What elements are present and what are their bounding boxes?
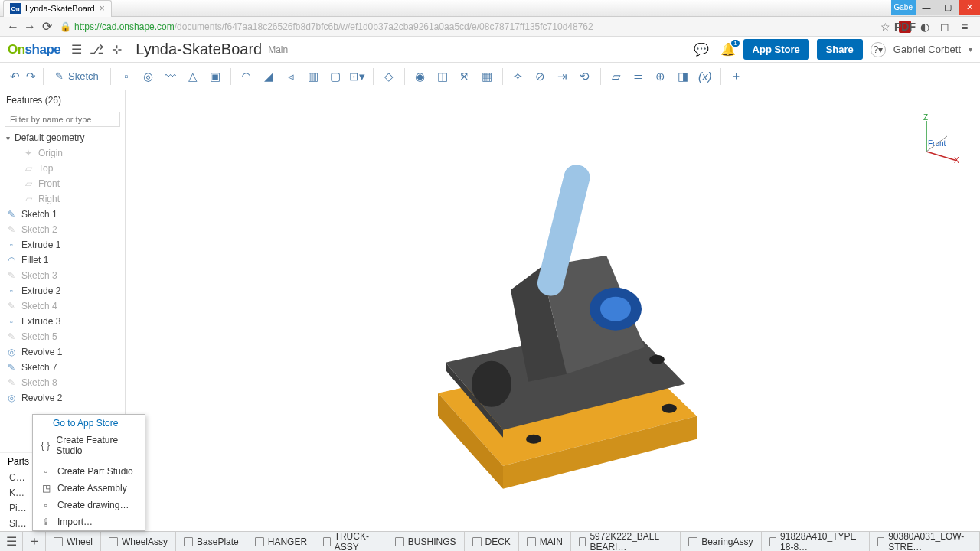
element-tab[interactable]: 91828A410_TYPE 18-8… [762,532,870,552]
element-tab[interactable]: DECK [465,532,519,552]
feature-node[interactable]: ◠Fillet 1 [0,253,125,268]
variable-button[interactable]: (x) [695,67,715,86]
feature-node[interactable]: ◎Revolve 2 [0,390,125,406]
tabstrip-menu-button[interactable]: ☰ [0,532,23,552]
document-title[interactable]: Lynda-SkateBoard [136,41,262,58]
comments-icon[interactable]: 💬 [693,41,710,58]
transform-button[interactable]: ⤧ [455,67,475,86]
delete-part-button[interactable]: ⊘ [531,67,550,86]
draft-button[interactable]: ◃ [281,67,301,86]
window-close-button[interactable]: ✕ [959,0,980,15]
insert-icon[interactable]: ⊹ [108,41,125,58]
redo-button[interactable]: ↷ [24,67,38,86]
context-menu-item[interactable]: ⇪Import… [33,514,145,530]
feature-node[interactable]: ▫Extrude 2 [0,283,125,298]
loft-button[interactable]: △ [183,67,203,86]
close-tab-icon[interactable]: × [100,3,105,14]
element-tab[interactable]: 90380A031_LOW-STRE… [870,532,980,552]
add-custom-button[interactable]: ＋ [727,67,746,86]
reload-button[interactable]: ⟳ [38,18,55,35]
pattern-button[interactable]: ◇ [379,67,399,86]
context-menu-item[interactable]: ▫Create drawing… [33,497,145,514]
browser-user-badge[interactable]: Gabe [891,0,916,15]
window-minimize-button[interactable]: — [916,0,937,15]
user-name[interactable]: Gabriel Corbett [893,44,961,55]
helix-button[interactable]: ≣ [629,67,648,86]
window-maximize-button[interactable]: ▢ [937,0,959,15]
replace-face-button[interactable]: ⟲ [575,67,595,86]
element-tab[interactable]: Wheel [46,532,101,552]
feature-node[interactable]: ✎Sketch 3 [0,268,125,283]
feature-node[interactable]: ✎Sketch 7 [0,360,125,375]
thicken-button[interactable]: ▣ [205,67,225,86]
bookmark-icon[interactable]: ☆ [879,21,891,33]
move-face-button[interactable]: ⇥ [553,67,573,86]
help-button[interactable]: ?▾ [871,42,886,57]
user-menu-chevron-icon[interactable]: ▾ [969,45,972,54]
sketch-button[interactable]: ✎ Sketch [49,70,105,82]
undo-button[interactable]: ↶ [8,67,21,86]
svg-point-14 [472,361,511,407]
element-tab[interactable]: 5972K222_BALL BEARI… [571,532,681,552]
context-menu-item[interactable]: ▫Create Part Studio [33,463,145,480]
feature-node[interactable]: ◎Revolve 1 [0,344,125,360]
mate-connector-button[interactable]: ⊕ [651,67,671,86]
element-tab[interactable]: BearingAssy [681,532,761,552]
element-tab[interactable]: BasePlate [176,532,247,552]
menu-icon[interactable]: ≡ [959,21,971,33]
element-tab[interactable]: BUSHINGS [387,532,465,552]
onshape-logo[interactable]: Onshape [8,42,60,57]
modify-fillet-button[interactable]: ✧ [508,67,528,86]
element-tab[interactable]: WheelAssy [101,532,176,552]
add-element-button[interactable]: ＋ [23,532,46,552]
feature-node[interactable]: ✎Sketch 2 [0,222,125,237]
element-tab[interactable]: MAIN [519,532,571,552]
url-box[interactable]: 🔒 https ://cad.onshape.com /documents/f6… [60,21,879,32]
origin-node[interactable]: ✦ Origin [0,145,125,161]
hole-button[interactable]: ⊡▾ [348,67,368,86]
forward-button[interactable]: → [21,18,38,35]
feature-node[interactable]: ✎Sketch 1 [0,207,125,222]
default-geometry-node[interactable]: ▾ Default geometry [0,130,125,145]
3d-viewport[interactable]: Z X Front [126,90,980,531]
plane-node[interactable]: ▱Front [0,176,125,191]
feature-node[interactable]: ✎Sketch 4 [0,298,125,314]
chamfer-button[interactable]: ◢ [259,67,279,86]
pdf-extension-icon[interactable]: PDF [899,21,911,33]
notifications-icon[interactable]: 🔔1 [720,42,736,57]
plane-node[interactable]: ▱Right [0,191,125,207]
feature-node[interactable]: ▫Extrude 3 [0,314,125,329]
delete-face-button[interactable]: ▦ [477,67,497,86]
revolve-button[interactable]: ◎ [139,67,158,86]
element-tab[interactable]: HANGER [247,532,315,552]
browser-tab[interactable]: On Lynda-SkateBoard × [3,0,112,17]
context-menu-item[interactable]: { }Create Feature Studio [33,432,145,459]
share-button[interactable]: Share [817,39,863,60]
context-menu-item[interactable]: ◳Create Assembly [33,480,145,497]
feature-node[interactable]: ✎Sketch 8 [0,375,125,390]
versions-icon[interactable]: ⎇ [88,41,105,58]
appstore-button[interactable]: App Store [743,39,809,60]
element-tab[interactable]: TRUCK-ASSY [315,532,387,552]
split-button[interactable]: ◫ [433,67,452,86]
feature-node[interactable]: ✎Sketch 5 [0,329,125,344]
feature-node[interactable]: ▫Extrude 1 [0,237,125,253]
shell-button[interactable]: ▢ [325,67,345,86]
plane-button[interactable]: ▱ [606,67,626,86]
view-gizmo[interactable]: Z X Front [911,113,965,168]
plane-node[interactable]: ▱Top [0,161,125,176]
menu-icon[interactable]: ☰ [68,41,85,58]
back-button[interactable]: ← [5,18,21,35]
feature-filter-input[interactable] [5,112,120,127]
rib-button[interactable]: ▥ [303,67,323,86]
boolean-button[interactable]: ◉ [410,67,430,86]
extension-icon[interactable]: ◐ [919,21,931,33]
sweep-button[interactable]: 〰 [161,67,181,86]
goto-appstore-item[interactable]: Go to App Store [33,415,145,432]
extrude-button[interactable]: ▫ [116,67,136,86]
feature-label: Sketch 1 [21,209,57,220]
extension-icon-2[interactable]: ◻ [939,21,951,33]
feature-icon: ✎ [6,224,17,235]
fillet-button[interactable]: ◠ [237,67,256,86]
section-view-button[interactable]: ◨ [673,67,693,86]
